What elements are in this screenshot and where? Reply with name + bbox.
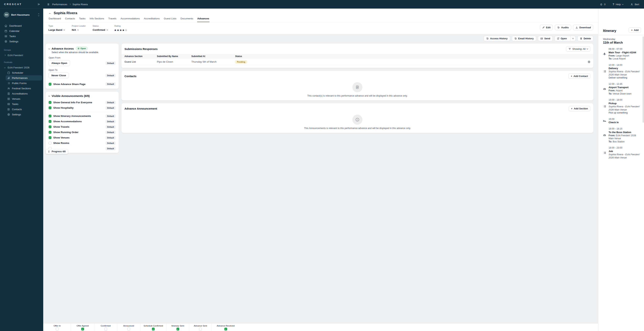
list-item: Show General Info For Everyone Default bbox=[49, 100, 116, 105]
type-select[interactable]: Large Band bbox=[48, 28, 72, 31]
chevron-down-icon bbox=[77, 29, 79, 30]
tab-bar: Dashboard Contacts Tasks Info Sections T… bbox=[43, 16, 322, 22]
sidebar-item-tasks[interactable]: Tasks bbox=[0, 34, 43, 39]
contacts-card: Contacts +Add Contact This contact(s) is… bbox=[122, 71, 322, 100]
collapse-section-icon[interactable] bbox=[48, 48, 50, 50]
chevron-down-icon bbox=[106, 29, 108, 30]
collapse-sidebar-icon[interactable] bbox=[37, 3, 40, 6]
sidebar-group-echt-feesten[interactable]: Echt Feesten! bbox=[0, 52, 43, 58]
workspace-switcher[interactable]: BH Bert Hausmans bbox=[2, 11, 41, 18]
topbar: Performances Sophia Rivera 0 ? Help Bert bbox=[43, 0, 322, 8]
share-page-label: Show Advance Share Page bbox=[53, 83, 86, 86]
advance-announcement-card: Advance Announcement +Add Section This A… bbox=[122, 103, 322, 133]
user-name: Bert Hausmans bbox=[11, 14, 36, 16]
sidebar-item-label: Festival Sections bbox=[12, 87, 31, 90]
announcement-checkbox[interactable] bbox=[49, 142, 52, 144]
sidebar-item-label: Tasks bbox=[9, 35, 16, 38]
tasks-icon bbox=[4, 35, 7, 38]
festivals-label: Festivals bbox=[0, 61, 43, 63]
tab-info-sections[interactable]: Info Sections bbox=[90, 16, 104, 22]
progress-button[interactable]: Progress 4/8 bbox=[46, 149, 68, 154]
target-icon bbox=[78, 48, 80, 50]
announcement-checkbox[interactable] bbox=[49, 126, 52, 128]
sidebar-item-label: Accreditations bbox=[12, 92, 28, 95]
sidebar-item-calendar[interactable]: Calendar bbox=[0, 28, 43, 34]
breadcrumb-current: Sophia Rivera bbox=[72, 3, 88, 6]
cell-submitted-by: Pipo de Clown bbox=[157, 60, 191, 63]
star-empty-icon[interactable]: ☆ bbox=[125, 29, 127, 32]
default-badge: Default bbox=[106, 114, 116, 118]
breadcrumb-section[interactable]: Performances bbox=[52, 3, 67, 6]
music-note-icon bbox=[7, 76, 10, 80]
project-leader-select[interactable]: N/A bbox=[72, 28, 92, 31]
tab-guest-lists[interactable]: Guest Lists bbox=[164, 16, 177, 22]
sidebar-item-festival-sections[interactable]: Festival Sections bbox=[6, 86, 42, 91]
open-status-badge: Open bbox=[76, 46, 88, 50]
sidebar-item-dashboard[interactable]: Dashboard bbox=[0, 23, 43, 28]
tab-accommodations[interactable]: Accommodations bbox=[120, 16, 140, 22]
table-row[interactable]: Guest List Pipo de Clown Thursday 5th of… bbox=[122, 59, 322, 65]
project-leader-label: Project Leader bbox=[72, 25, 92, 27]
rating-stars: ★★★★☆ bbox=[114, 29, 127, 32]
announcement-checkbox[interactable] bbox=[49, 114, 52, 118]
calendar-icon bbox=[7, 72, 10, 74]
sidebar-item-public-forms[interactable]: Public Forms bbox=[6, 80, 42, 86]
page-header: ← Sophia Rivera Dashboard Contacts Tasks… bbox=[43, 8, 322, 34]
star-filled-icon[interactable]: ★ bbox=[114, 29, 116, 32]
star-filled-icon[interactable]: ★ bbox=[120, 29, 122, 32]
contacts-title: Contacts bbox=[124, 74, 136, 78]
sidebar-item-settings[interactable]: Settings bbox=[0, 39, 43, 44]
gear-icon bbox=[7, 113, 10, 116]
menu-icon[interactable] bbox=[47, 3, 50, 6]
sidebar-item-festival-contacts[interactable]: Contacts bbox=[6, 106, 42, 112]
sidebar-item-label: Dashboard bbox=[9, 24, 22, 27]
default-badge: Default bbox=[106, 130, 116, 134]
open-from-select[interactable]: Always Open bbox=[49, 60, 70, 66]
visible-announcements-card: Visible Announcements (8/9) Show General… bbox=[46, 92, 119, 153]
sidebar-item-label: Performances bbox=[12, 76, 28, 80]
sidebar-nav: Dashboard Calendar Tasks Settings bbox=[0, 23, 43, 44]
tab-dashboard[interactable]: Dashboard bbox=[48, 16, 61, 22]
list-item: Show Running Order Default bbox=[49, 130, 116, 135]
rating-label: Rating bbox=[114, 25, 127, 27]
announcement-checkbox[interactable] bbox=[49, 101, 52, 104]
list-item: Show Itinerary Announcements Default bbox=[49, 113, 116, 119]
tab-advances[interactable]: Advances bbox=[197, 16, 210, 22]
list-item: Show Hospitality Default bbox=[49, 105, 116, 110]
announcement-checkbox[interactable] bbox=[49, 136, 52, 139]
sidebar-item-performances[interactable]: Performances bbox=[6, 75, 42, 80]
groups-label: Groups bbox=[0, 49, 43, 51]
announcement-checkbox[interactable] bbox=[49, 131, 52, 134]
tab-tasks[interactable]: Tasks bbox=[79, 16, 86, 22]
sidebar-item-label: Venues bbox=[12, 98, 20, 100]
page-content: Access History Email History Send Open D… bbox=[43, 34, 322, 166]
star-filled-icon[interactable]: ★ bbox=[122, 29, 124, 32]
announcement-checkbox[interactable] bbox=[49, 106, 52, 109]
collapse-section-icon[interactable] bbox=[48, 95, 50, 96]
sidebar-item-scheduler[interactable]: Scheduler bbox=[6, 70, 42, 75]
default-badge: Default bbox=[106, 61, 116, 65]
tab-travels[interactable]: Travels bbox=[108, 16, 117, 22]
tab-contacts[interactable]: Contacts bbox=[65, 16, 75, 22]
sidebar-item-accreditations[interactable]: Accreditations bbox=[6, 91, 42, 96]
advance-access-description: Select when the advance should be availa… bbox=[52, 51, 116, 54]
tab-documents[interactable]: Documents bbox=[180, 16, 194, 22]
sidebar: CRESCAT BH Bert Hausmans Dashboard Calen… bbox=[0, 0, 43, 166]
users-icon bbox=[7, 87, 10, 90]
share-page-checkbox[interactable] bbox=[49, 83, 52, 86]
chevron-updown-icon bbox=[38, 14, 40, 16]
sidebar-item-label: Scheduler bbox=[12, 72, 23, 74]
sidebar-item-festival-tasks[interactable]: Tasks bbox=[6, 102, 42, 106]
sidebar-item-festival-settings[interactable]: Settings bbox=[6, 112, 42, 117]
open-to-select[interactable]: Never Close bbox=[49, 72, 69, 78]
star-filled-icon[interactable]: ★ bbox=[117, 29, 119, 32]
tab-accreditations[interactable]: Accreditations bbox=[144, 16, 160, 22]
default-badge: Default bbox=[106, 106, 116, 110]
back-button[interactable]: ← bbox=[48, 11, 52, 15]
sidebar-festival-echt-feesten-2026[interactable]: Echt Feesten! 2026 bbox=[0, 65, 43, 70]
group-name: Echt Feesten! bbox=[8, 54, 23, 57]
sidebar-item-venues[interactable]: Venues bbox=[6, 96, 42, 102]
sidebar-item-label: Public Forms bbox=[12, 82, 27, 84]
status-select[interactable]: Confirmed bbox=[92, 28, 114, 31]
announcement-checkbox[interactable] bbox=[49, 120, 52, 123]
